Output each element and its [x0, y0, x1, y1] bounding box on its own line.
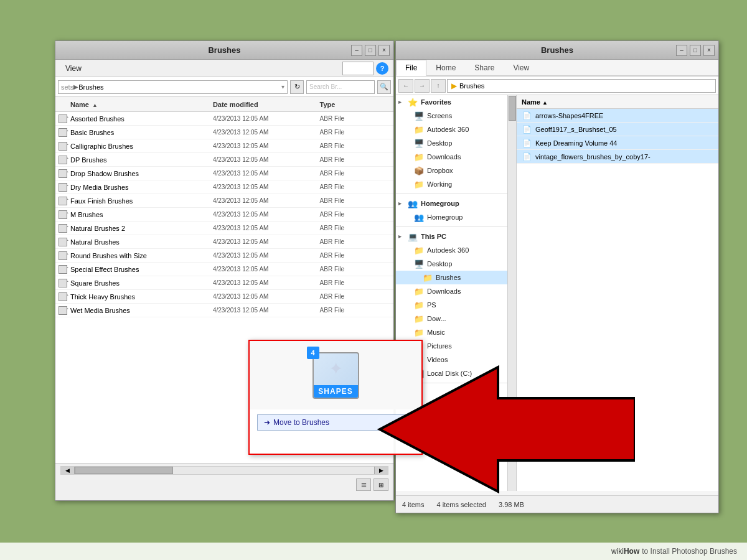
tree-item-downloads[interactable]: 📁 Downloads [396, 150, 507, 164]
tree-divider [396, 226, 507, 227]
right-window: Brushes – □ × FileHomeShareView ← → ↑ ▶ … [395, 40, 719, 513]
file-row[interactable]: Thick Heavy Brushes 4/23/2013 12:05 AM A… [55, 290, 393, 304]
tree-section-favorites[interactable]: ▸ ⭐ Favorites [396, 95, 507, 109]
right-file-row[interactable]: 📄 Keep Dreaming Volume 44 [517, 136, 718, 150]
file-date: 4/23/2013 12:05 AM [213, 211, 320, 218]
right-window-title: Brushes [541, 45, 573, 55]
shapes-badge: 4 [307, 347, 319, 359]
tree-item-label: Homegroup [427, 213, 463, 221]
tree-item-label: Local Disk (C:) [427, 370, 472, 377]
file-row[interactable]: Wet Media Brushes 4/23/2013 12:05 AM ABR… [55, 304, 393, 317]
tree-item-brushes[interactable]: 📁 Brushes [396, 271, 507, 284]
ribbon-tabs: FileHomeShareView [396, 60, 718, 76]
tree-item-homegroup[interactable]: 👥 Homegroup [396, 210, 507, 224]
tree-item-downloads[interactable]: 📁 Downloads [396, 284, 507, 298]
tree-item-music[interactable]: 📁 Music [396, 325, 507, 339]
view-combo[interactable] [342, 62, 374, 75]
file-row[interactable]: Dry Media Brushes 4/23/2013 12:05 AM ABR… [55, 180, 393, 194]
file-name: Drop Shadow Brushes [70, 170, 213, 177]
section-label: This PC [421, 233, 446, 240]
file-date: 4/23/2013 12:05 AM [213, 252, 320, 259]
tree-item-autodesk-360[interactable]: 📁 Autodesk 360 [396, 243, 507, 257]
file-row[interactable]: M Brushes 4/23/2013 12:05 AM ABR File [55, 208, 393, 222]
scroll-right-btn[interactable]: ▶ [374, 467, 388, 474]
move-to-brushes-button[interactable]: ➜ Move to Brushes [257, 414, 414, 431]
right-file-row[interactable]: 📄 vintage_flowers_brushes_by_coby17- [517, 150, 718, 164]
tab-file[interactable]: File [396, 60, 426, 76]
right-file-row[interactable]: 📄 arrows-Shapes4FREE [517, 109, 718, 123]
file-name: Dry Media Brushes [70, 184, 213, 191]
file-date: 4/23/2013 12:05 AM [213, 156, 320, 163]
tab-share[interactable]: Share [465, 60, 504, 76]
tree-item-desktop[interactable]: 🖥️ Desktop [396, 136, 507, 150]
file-date: 4/23/2013 12:05 AM [213, 293, 320, 300]
search-box[interactable]: Search Br... [306, 80, 375, 94]
file-icon [58, 196, 68, 206]
forward-button[interactable]: → [415, 79, 430, 93]
grid-view-btn[interactable]: ⊞ [374, 478, 388, 491]
right-maximize-btn[interactable]: □ [690, 45, 701, 56]
tree-item-working[interactable]: 📁 Working [396, 177, 507, 191]
file-row[interactable]: DP Brushes 4/23/2013 12:05 AM ABR File [55, 153, 393, 167]
right-breadcrumb: ▶ Brushes [447, 79, 716, 93]
tab-view[interactable]: View [504, 60, 538, 76]
view-menu[interactable]: View [60, 62, 87, 75]
tree-folder-icon: 📁 [413, 246, 425, 254]
file-name: Square Brushes [70, 279, 213, 287]
tree-item-label: Desktop [427, 139, 452, 147]
file-row[interactable]: Drop Shadow Brushes 4/23/2013 12:05 AM A… [55, 167, 393, 180]
explorer-panes: ▸ ⭐ Favorites 🖥️ Screens 📁 Autodesk 360 … [396, 95, 718, 491]
horizontal-scrollbar[interactable]: ◀ ▶ [60, 466, 388, 475]
vertical-scrollbar-left[interactable] [508, 95, 517, 491]
selected-count: 4 items selected [436, 501, 486, 508]
tree-section-this-pc[interactable]: ▸ 💻 This PC [396, 230, 507, 243]
close-button[interactable]: × [378, 45, 390, 56]
tree-item-autodesk-360[interactable]: 📁 Autodesk 360 [396, 123, 507, 136]
file-row[interactable]: Faux Finish Brushes 4/23/2013 12:05 AM A… [55, 194, 393, 208]
minimize-button[interactable]: – [351, 45, 362, 56]
tree-section-homegroup[interactable]: ▸ 👥 Homegroup [396, 197, 507, 210]
tree-item-dropbox[interactable]: 📦 Dropbox [396, 164, 507, 177]
file-type: ABR File [320, 252, 391, 259]
shapes-star-icon: ✦ [329, 358, 343, 379]
file-row[interactable]: Special Effect Brushes 4/23/2013 12:05 A… [55, 263, 393, 276]
maximize-button[interactable]: □ [365, 45, 376, 56]
breadcrumb-dropdown[interactable]: ▾ [281, 83, 284, 90]
file-row[interactable]: Round Brushes with Size 4/23/2013 12:05 … [55, 249, 393, 263]
file-row[interactable]: Calligraphic Brushes 4/23/2013 12:05 AM … [55, 139, 393, 153]
scroll-left-btn[interactable]: ◀ [61, 467, 75, 474]
path-folder-icon: ▶ [451, 82, 457, 90]
refresh-button[interactable]: ↻ [290, 80, 304, 94]
search-button[interactable]: 🔍 [377, 80, 391, 94]
abr-icon [59, 114, 67, 123]
tree-item-label: Autodesk 360 [427, 246, 469, 254]
file-row[interactable]: Basic Brushes 4/23/2013 12:05 AM ABR Fil… [55, 126, 393, 139]
file-row[interactable]: Square Brushes 4/23/2013 12:05 AM ABR Fi… [55, 276, 393, 290]
tree-item-ps[interactable]: 📁 PS [396, 298, 507, 312]
tree-item-screens[interactable]: 🖥️ Screens [396, 109, 507, 123]
scrollbar-thumb-left[interactable] [509, 96, 516, 121]
right-minimize-btn[interactable]: – [676, 45, 687, 56]
file-name: Faux Finish Brushes [70, 197, 213, 205]
tree-item-label: Autodesk 360 [427, 126, 469, 133]
right-file-row[interactable]: 📄 Geoff1917_s_Brushset_05 [517, 123, 718, 136]
right-titlebar: Brushes – □ × [396, 41, 718, 60]
tree-item-dow...[interactable]: 📁 Dow... [396, 312, 507, 325]
file-date: 4/23/2013 12:05 AM [213, 170, 320, 177]
right-close-btn[interactable]: × [703, 45, 715, 56]
tree-divider [396, 194, 507, 194]
tree-item-desktop[interactable]: 🖥️ Desktop [396, 257, 507, 271]
scrollbar-thumb[interactable] [75, 467, 173, 474]
tab-home[interactable]: Home [426, 60, 465, 76]
file-row[interactable]: Natural Brushes 2 4/23/2013 12:05 AM ABR… [55, 222, 393, 235]
back-button[interactable]: ← [398, 79, 413, 93]
tree-folder-icon: 📁 [413, 287, 425, 296]
up-button[interactable]: ↑ [431, 79, 446, 93]
help-button[interactable]: ? [376, 62, 388, 75]
file-date: 4/23/2013 12:05 AM [213, 197, 320, 204]
file-row[interactable]: Natural Brushes 4/23/2013 12:05 AM ABR F… [55, 235, 393, 249]
list-view-btn[interactable]: ☰ [356, 478, 371, 491]
ribbon: FileHomeShareView [396, 60, 718, 77]
file-row[interactable]: Assorted Brushes 4/23/2013 12:05 AM ABR … [55, 112, 393, 126]
abr-icon [59, 210, 67, 219]
